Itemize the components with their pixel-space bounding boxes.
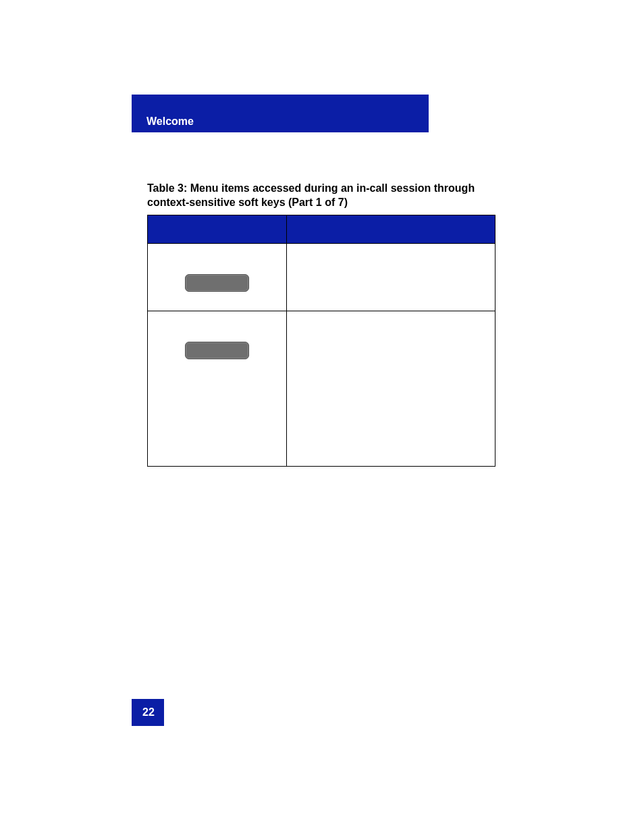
softkey-cell: [148, 244, 287, 311]
table-header-right: [287, 215, 495, 244]
table-row: [148, 311, 495, 467]
description-cell: [287, 311, 495, 467]
softkey-wrap: [148, 342, 286, 359]
softkey-wrap: [148, 274, 286, 292]
document-page: Welcome Table 3: Menu items accessed dur…: [0, 0, 644, 834]
section-header-bar: Welcome: [132, 95, 429, 132]
table-header-row: [148, 215, 495, 244]
page-number: 22: [142, 706, 155, 719]
soft-key-button: [185, 342, 249, 359]
section-header-title: Welcome: [146, 115, 194, 128]
table-header-left: [148, 215, 287, 244]
table-row: [148, 244, 495, 311]
page-number-badge: 22: [132, 699, 164, 726]
softkey-cell: [148, 311, 287, 467]
menu-items-table: [147, 215, 495, 467]
table-caption: Table 3: Menu items accessed during an i…: [147, 182, 495, 210]
soft-key-button: [185, 274, 249, 292]
description-cell: [287, 244, 495, 311]
